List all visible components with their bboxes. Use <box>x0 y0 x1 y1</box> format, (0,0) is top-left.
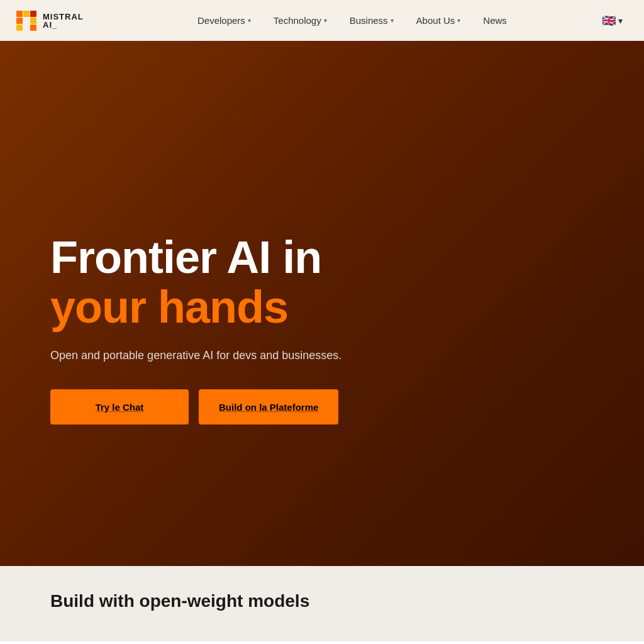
nav-item-technology[interactable]: Technology ▾ <box>264 10 337 31</box>
nav-label-technology: Technology <box>274 15 321 26</box>
svg-rect-5 <box>16 25 23 31</box>
logo-link[interactable]: MISTRAL AI_ <box>15 9 84 32</box>
flag-icon: 🇬🇧 <box>602 14 616 28</box>
try-le-chat-button[interactable]: Try le Chat <box>50 389 189 425</box>
nav-label-about-us: About Us <box>416 15 455 26</box>
nav-right: 🇬🇧 ▾ <box>596 10 629 31</box>
hero-title-line1: Frontier AI in <box>50 233 491 282</box>
logo-title: MISTRAL <box>43 13 84 21</box>
nav-label-business: Business <box>350 15 388 26</box>
svg-rect-0 <box>16 11 23 17</box>
nav-label-news: News <box>483 15 507 26</box>
nav-links: Developers ▾ Technology ▾ Business ▾ Abo… <box>109 10 596 31</box>
logo-icon <box>15 9 38 32</box>
chevron-down-icon: ▾ <box>324 17 327 24</box>
svg-rect-1 <box>23 11 30 17</box>
chevron-down-icon: ▾ <box>248 17 251 24</box>
nav-item-business[interactable]: Business ▾ <box>340 10 404 31</box>
hero-buttons: Try le Chat Build on la Plateforme <box>50 389 491 425</box>
hero-section: Frontier AI in your hands Open and porta… <box>0 41 644 566</box>
navbar: MISTRAL AI_ Developers ▾ Technology ▾ Bu… <box>0 0 644 41</box>
logo-text: MISTRAL AI_ <box>43 13 84 29</box>
svg-rect-2 <box>30 11 36 17</box>
language-selector[interactable]: 🇬🇧 ▾ <box>596 10 629 31</box>
hero-content: Frontier AI in your hands Open and porta… <box>50 233 491 425</box>
nav-item-news[interactable]: News <box>473 10 517 31</box>
nav-item-about-us[interactable]: About Us ▾ <box>406 10 471 31</box>
build-on-plateforme-button[interactable]: Build on la Plateforme <box>199 389 338 425</box>
svg-rect-3 <box>16 18 23 24</box>
lang-chevron-icon: ▾ <box>618 16 623 26</box>
nav-label-developers: Developers <box>197 15 245 26</box>
hero-title-line2: your hands <box>50 282 491 332</box>
chevron-down-icon: ▾ <box>457 17 460 24</box>
chevron-down-icon: ▾ <box>391 17 394 24</box>
svg-rect-4 <box>30 18 36 24</box>
bottom-title: Build with open-weight models <box>50 591 594 611</box>
nav-item-developers[interactable]: Developers ▾ <box>187 10 261 31</box>
svg-rect-6 <box>30 25 36 31</box>
bottom-section: Build with open-weight models <box>0 566 644 641</box>
logo-subtitle: AI_ <box>43 21 84 29</box>
hero-subtitle: Open and portable generative AI for devs… <box>50 347 491 364</box>
